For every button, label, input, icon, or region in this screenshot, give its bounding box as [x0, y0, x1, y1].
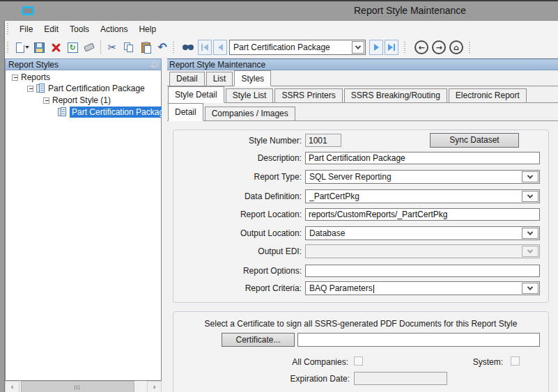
- report-options-input[interactable]: [305, 265, 540, 277]
- cut-button[interactable]: ✂: [104, 39, 121, 56]
- expiration-date-field: [354, 372, 447, 385]
- menu-help[interactable]: Help: [133, 23, 162, 36]
- tree-horizontal-scrollbar[interactable]: ‹ ›: [5, 381, 162, 392]
- refresh-icon: ↻: [68, 42, 78, 53]
- collapse-expander-icon[interactable]: [43, 97, 49, 104]
- app-icon: [22, 6, 34, 15]
- tab-ssrs-breaking-routing[interactable]: SSRS Breaking/Routing: [344, 88, 447, 102]
- save-button[interactable]: [31, 39, 47, 56]
- tab-list[interactable]: List: [206, 72, 233, 86]
- clear-button[interactable]: [81, 39, 98, 56]
- tree-item-reports[interactable]: Reports: [12, 72, 50, 83]
- window-title: Report Style Maintenance: [354, 5, 466, 16]
- toolbar-grip-handle-2[interactable]: [173, 42, 176, 54]
- record-selector-dropdown-button[interactable]: [352, 41, 364, 54]
- report-criteria-combo[interactable]: BAQ Parameters: [305, 281, 540, 295]
- report-criteria-value: BAQ Parameters: [309, 283, 373, 293]
- toolbar-grip-handle-4[interactable]: [469, 42, 472, 54]
- back-button[interactable]: ←: [414, 40, 428, 54]
- first-record-icon: [201, 44, 203, 51]
- undo-icon: ↶: [157, 42, 166, 52]
- refresh-button[interactable]: ↻: [64, 39, 81, 56]
- tab-detail[interactable]: Detail: [169, 72, 205, 86]
- collapse-expander-icon[interactable]: [12, 75, 18, 81]
- tab-style-detail-detail[interactable]: Detail: [168, 103, 203, 121]
- record-selector-combo[interactable]: Part Certification Package: [229, 40, 366, 55]
- tree-item-label: Part Certification Package: [48, 84, 145, 93]
- previous-record-button[interactable]: [213, 40, 227, 55]
- toolbar-grip-handle[interactable]: [7, 42, 10, 54]
- system-checkbox[interactable]: [511, 356, 520, 366]
- chevron-down-icon: [527, 247, 533, 253]
- output-edi-label: Output EDI:: [178, 246, 302, 256]
- collapse-expander-icon[interactable]: [27, 86, 33, 92]
- report-type-combo[interactable]: SQL Server Reporting: [305, 170, 540, 184]
- paste-icon: [141, 42, 150, 53]
- toolbar-grip-handle-3[interactable]: [404, 42, 408, 54]
- panel-splitter[interactable]: [162, 58, 167, 392]
- text-cursor: [373, 285, 374, 293]
- tab-companies-images[interactable]: Companies / Images: [205, 107, 295, 120]
- data-definition-label: Data Definition:: [178, 191, 302, 201]
- new-dropdown-arrow-icon[interactable]: [25, 46, 29, 49]
- tree-item-report-style[interactable]: Report Style (1): [43, 95, 111, 106]
- scroll-left-button[interactable]: ‹: [5, 381, 20, 392]
- data-definition-dropdown-button[interactable]: [522, 191, 538, 202]
- menu-edit[interactable]: Edit: [38, 23, 64, 36]
- report-location-label: Report Location:: [178, 210, 302, 219]
- tab-ssrs-printers[interactable]: SSRS Printers: [274, 88, 342, 102]
- data-definition-combo[interactable]: _PartCertPkg: [305, 189, 540, 203]
- tab-style-detail[interactable]: Style Detail: [168, 86, 224, 103]
- all-companies-checkbox[interactable]: [354, 356, 363, 366]
- menu-file[interactable]: File: [14, 23, 38, 36]
- binoculars-search-icon: [183, 43, 194, 52]
- menu-grip-handle[interactable]: [7, 23, 10, 35]
- scroll-right-button[interactable]: ›: [147, 381, 162, 392]
- output-location-combo[interactable]: Database: [305, 226, 540, 240]
- tab-styles[interactable]: Styles: [234, 70, 271, 86]
- description-input[interactable]: [305, 152, 540, 164]
- eraser-icon: [84, 42, 95, 52]
- tab-electronic-report[interactable]: Electronic Report: [449, 88, 527, 102]
- certificate-button[interactable]: Certificate...: [222, 333, 295, 347]
- new-button[interactable]: [14, 39, 31, 56]
- forward-button[interactable]: →: [432, 40, 446, 54]
- tab-style-list[interactable]: Style List: [226, 88, 274, 102]
- search-button[interactable]: [180, 39, 196, 56]
- left-panel-header: Report Styles: [5, 58, 162, 70]
- tree-item-part-certification-package-selected[interactable]: Part Certification Package: [58, 107, 171, 118]
- undo-button[interactable]: ↶: [154, 39, 171, 56]
- toolbar-separator: [100, 40, 101, 54]
- chevron-down-icon: [527, 192, 533, 198]
- report-style-icon: [36, 84, 45, 93]
- scrollbar-thumb[interactable]: [21, 381, 134, 392]
- last-record-button[interactable]: [385, 40, 398, 55]
- chevron-down-icon: [527, 173, 533, 178]
- scrollbar-grip-icon: [75, 385, 81, 390]
- previous-record-icon: [218, 44, 223, 51]
- menu-bar: File Edit Tools Actions Help: [5, 21, 558, 37]
- tree-item-part-certification-package[interactable]: Part Certification Package: [27, 83, 145, 94]
- report-type-label: Report Type:: [178, 172, 302, 182]
- menu-actions[interactable]: Actions: [95, 23, 133, 36]
- first-record-button[interactable]: [198, 40, 212, 55]
- paste-button[interactable]: [137, 39, 154, 56]
- sync-dataset-button[interactable]: Sync Dataset: [430, 133, 519, 148]
- next-record-button[interactable]: [369, 40, 383, 55]
- report-location-input[interactable]: [305, 208, 540, 221]
- delete-button[interactable]: [47, 39, 64, 56]
- pin-icon[interactable]: [152, 61, 158, 68]
- menu-tools[interactable]: Tools: [64, 23, 95, 36]
- record-selector-value: Part Certification Package: [230, 42, 352, 52]
- home-button[interactable]: ⌂: [449, 40, 463, 54]
- expiration-date-label: Expiration Date:: [265, 374, 350, 384]
- copy-button[interactable]: [121, 39, 137, 56]
- report-type-dropdown-button[interactable]: [522, 171, 538, 182]
- tree-item-label: Report Style (1): [52, 95, 111, 105]
- chevron-down-icon: [527, 284, 533, 290]
- output-location-dropdown-button[interactable]: [522, 228, 538, 239]
- report-criteria-dropdown-button[interactable]: [522, 283, 538, 294]
- output-edi-dropdown-button: [522, 246, 538, 257]
- title-bar: Report Style Maintenance: [0, 1, 558, 21]
- certificate-input[interactable]: [297, 333, 540, 347]
